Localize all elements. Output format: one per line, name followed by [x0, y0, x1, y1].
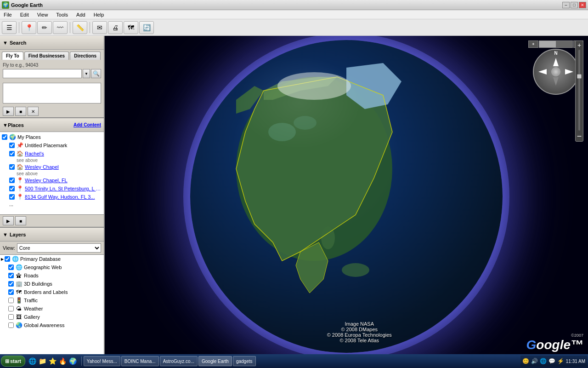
layers-item-weather[interactable]: 🌤 Weather — [0, 305, 104, 313]
layers-checkbox-traffic[interactable] — [8, 298, 14, 303]
close-search-button[interactable]: ✕ — [28, 107, 39, 116]
stop-button[interactable]: ■ — [15, 107, 26, 116]
layers-header[interactable]: ▼ Layers — [0, 228, 104, 242]
places-item-untitled[interactable]: 📌 Untitled Placemark — [1, 141, 103, 150]
layers-item-borders[interactable]: 🗺 Borders and Labels — [0, 288, 104, 296]
places-label-8134gulf[interactable]: 8134 Gulf Way, Hudson, FL 3... — [25, 194, 102, 200]
places-label-rachels[interactable]: Rachel's — [25, 151, 102, 156]
layers-checkbox-borders[interactable] — [8, 289, 14, 295]
layers-checkbox-gallery[interactable] — [8, 314, 14, 320]
places-item-rachels[interactable]: 🏠 Rachel's — [1, 150, 103, 158]
systray-icon-3[interactable]: 🌐 — [540, 357, 547, 365]
maximize-button[interactable]: □ — [571, 2, 578, 8]
layers-checkbox-3dbuildings[interactable] — [8, 281, 14, 287]
zoom-track[interactable] — [578, 50, 580, 131]
places-checkbox-wesleychapel[interactable] — [9, 164, 15, 170]
places-label-500trinity[interactable]: 500 Trinity Ln, St Petersburg, L 33716 — [25, 186, 102, 191]
layers-view-select[interactable]: Core — [17, 243, 101, 253]
places-item-8134gulf[interactable]: 📍 8134 Gulf Way, Hudson, FL 3... — [1, 193, 103, 201]
ql-browser[interactable]: 🌐 — [28, 356, 37, 366]
layers-checkbox-roads[interactable] — [8, 273, 14, 278]
nav-zoom-in-bar[interactable]: + — [528, 40, 538, 48]
systray-icon-5[interactable]: ⚡ — [557, 357, 565, 365]
layers-checkbox-geoweb[interactable] — [8, 264, 14, 270]
layers-item-roads[interactable]: 🛣 Roads — [0, 271, 104, 280]
search-playback-controls: ▶ ■ ✕ — [0, 105, 104, 117]
places-checkbox-wesleychapelfl[interactable] — [9, 178, 15, 183]
menu-tools[interactable]: Tools — [54, 11, 70, 18]
globe-area[interactable]: + − N + — [105, 36, 588, 357]
taskbar-astroguyz[interactable]: AstroGuyz.co... — [160, 356, 198, 366]
taskbar-gadgets[interactable]: gadgets — [233, 356, 256, 366]
toolbar-print[interactable]: 🖨 — [108, 21, 123, 34]
places-item-wesleychapelfl[interactable]: 📍 Wesley Chapel, FL — [1, 176, 103, 184]
layers-item-gallery[interactable]: 🖼 Gallery — [0, 313, 104, 321]
menu-help[interactable]: Help — [92, 11, 106, 18]
globe[interactable] — [190, 40, 503, 353]
toolbar-kml[interactable]: 🗺 — [124, 21, 138, 34]
layers-item-geoweb[interactable]: 🌐 Geographic Web — [0, 263, 104, 271]
toolbar-add-placemark[interactable]: 📍 — [22, 21, 36, 34]
toolbar-tour[interactable]: 🔄 — [139, 21, 154, 34]
ql-star[interactable]: ⭐ — [48, 356, 57, 366]
layers-item-traffic[interactable]: 🚦 Traffic — [0, 296, 104, 305]
places-label-wesleychapel[interactable]: Wesley Chapel — [25, 164, 102, 170]
start-button[interactable]: ⊞ start — [1, 356, 25, 367]
ql-explorer[interactable]: 📁 — [38, 356, 47, 366]
zoom-thumb[interactable] — [577, 74, 582, 79]
places-item-500trinity[interactable]: 📍 500 Trinity Ln, St Petersburg, L 33716 — [1, 184, 103, 193]
ql-earth[interactable]: 🌍 — [68, 356, 78, 366]
places-checkbox-myplaces[interactable] — [2, 134, 7, 140]
places-item-myplaces[interactable]: 🌍 My Places — [1, 133, 103, 141]
places-stop-button[interactable]: ■ — [15, 216, 26, 225]
close-button[interactable]: ✕ — [579, 2, 586, 8]
layers-item-3dbuildings[interactable]: 🏢 3D Buildings — [0, 280, 104, 288]
ql-fire[interactable]: 🔥 — [58, 356, 68, 366]
places-checkbox-rachels[interactable] — [9, 151, 15, 156]
places-play-button[interactable]: ▶ — [3, 216, 14, 225]
menu-file[interactable]: File — [2, 11, 14, 18]
tab-fly-to[interactable]: Fly To — [2, 52, 23, 60]
systray-icon-2[interactable]: 🔊 — [531, 357, 538, 365]
minimize-button[interactable]: – — [562, 2, 570, 8]
zoom-plus-button[interactable]: + — [577, 42, 581, 48]
clock: 11:31 AM — [566, 358, 585, 364]
add-content-link[interactable]: Add Content — [74, 122, 101, 127]
taskbar-divider — [81, 356, 82, 366]
search-go-button[interactable]: 🔍 — [91, 69, 101, 78]
zoom-minus-button[interactable]: − — [577, 132, 582, 140]
places-item-wesleychapel[interactable]: 🏠 Wesley Chapel — [1, 163, 103, 171]
tab-directions[interactable]: Directions — [70, 52, 101, 60]
places-label-wesleychapelfl[interactable]: Wesley Chapel, FL — [25, 178, 102, 183]
quicklaunch-bar: 🌐 📁 ⭐ 🔥 🌍 — [28, 356, 78, 366]
search-header[interactable]: ▼ Search — [0, 36, 104, 50]
menu-edit[interactable]: Edit — [18, 11, 31, 18]
fly-to-input[interactable] — [3, 69, 82, 78]
toolbar-ruler[interactable]: 📏 — [73, 21, 87, 34]
systray-icon-4[interactable]: 💬 — [548, 357, 556, 365]
layers-item-global[interactable]: 🌏 Global Awareness — [0, 321, 104, 329]
toolbar-toggle-sidebar[interactable]: ☰ — [2, 21, 17, 34]
places-checkbox-500trinity[interactable] — [9, 186, 15, 191]
play-button[interactable]: ▶ — [3, 107, 14, 116]
layers-checkbox-global[interactable] — [8, 322, 14, 328]
taskbar-googleearth[interactable]: Google Earth — [198, 356, 232, 366]
places-checkbox-8134gulf[interactable] — [9, 194, 15, 200]
places-item-more[interactable]: ... — [1, 201, 103, 207]
taskbar-boinc[interactable]: BOINC Mana... — [121, 356, 159, 366]
layers-checkbox-weather[interactable] — [8, 306, 14, 311]
nav-slider-bar[interactable] — [539, 40, 573, 48]
taskbar-yahoo[interactable]: Yahoo! Mess... — [84, 356, 120, 366]
layers-checkbox-primarydb[interactable] — [5, 256, 10, 262]
menu-add[interactable]: Add — [74, 11, 87, 18]
toolbar-add-polygon[interactable]: ✏ — [37, 21, 52, 34]
toolbar-add-path[interactable]: 〰 — [53, 21, 68, 34]
places-checkbox-untitled[interactable] — [9, 143, 15, 148]
menu-view[interactable]: View — [35, 11, 50, 18]
toolbar-email[interactable]: ✉ — [92, 21, 107, 34]
layers-item-primarydb[interactable]: ▶ 🌐 Primary Database — [0, 255, 104, 263]
tab-find-businesses[interactable]: Find Businesses — [24, 52, 69, 60]
systray-icon-1[interactable]: 😊 — [522, 357, 530, 365]
fly-to-dropdown[interactable]: ▼ — [83, 69, 90, 78]
compass-center[interactable] — [551, 67, 560, 76]
